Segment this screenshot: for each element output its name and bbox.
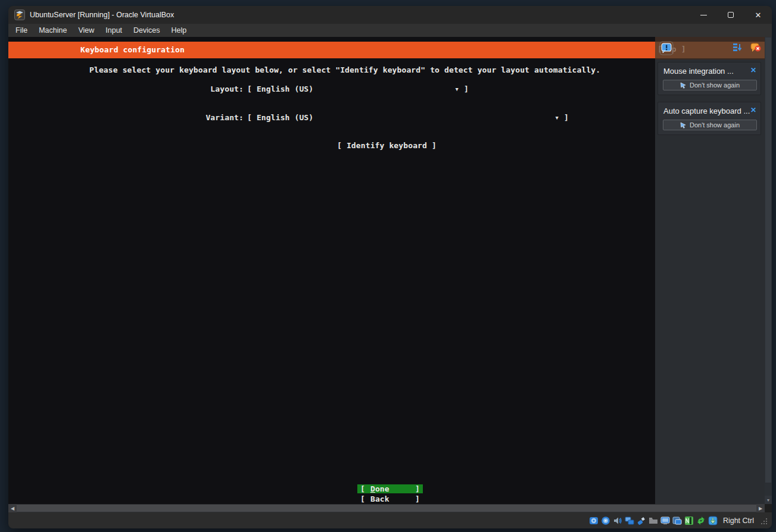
sort-notifications-icon[interactable] — [732, 42, 743, 53]
vertical-scrollbar-thumb[interactable] — [765, 37, 771, 483]
scroll-left-icon[interactable]: ◀ — [8, 504, 17, 512]
horizontal-scrollbar-thumb[interactable] — [17, 505, 756, 512]
network-icon[interactable] — [625, 516, 634, 525]
notification-bubble-icon[interactable] — [659, 41, 674, 55]
cursor-icon — [680, 122, 687, 129]
keyboard-capture-icon[interactable] — [708, 516, 718, 525]
scroll-down-icon[interactable]: ▼ — [765, 496, 772, 504]
cursor-icon — [680, 82, 687, 89]
audio-icon[interactable] — [613, 516, 622, 525]
mouse-integration-notification: Mouse integration ... ✕ Don't show again — [657, 62, 761, 95]
menu-bar: File Machine View Input Devices Help — [8, 24, 772, 37]
variant-label: Variant: — [202, 113, 244, 122]
virtualbox-logo-icon — [14, 10, 25, 20]
variant-value: [ English (US) — [247, 113, 313, 123]
layout-dropdown[interactable]: [ English (US) ▾ ] — [247, 85, 469, 94]
notification-panel: [ lp ] — [655, 37, 765, 504]
done-label: Done — [370, 484, 415, 493]
discard-notifications-icon[interactable] — [750, 42, 761, 53]
hard-disks-icon[interactable] — [589, 516, 599, 525]
vm-display[interactable]: Keyboard configuration Please select you… — [8, 37, 765, 504]
done-button[interactable]: [ Done ] — [357, 484, 423, 493]
status-bar: Right Ctrl — [8, 512, 772, 528]
identify-keyboard-button[interactable]: [ Identify keyboard ] — [337, 141, 437, 151]
host-key-label: Right Ctrl — [723, 517, 754, 525]
installer-header-bar: Keyboard configuration — [8, 42, 765, 58]
back-button[interactable]: [ Back ] — [357, 495, 423, 503]
close-notification-icon[interactable]: ✕ — [750, 66, 756, 74]
auto-capture-notification: Auto capture keyboard ... ✕ Don't show a… — [657, 102, 761, 135]
window-title: UbuntuServer [Running] - Oracle VirtualB… — [30, 11, 174, 19]
close-button[interactable]: ✕ — [744, 6, 772, 24]
notification-panel-header: [ lp ] — [655, 37, 765, 60]
menu-machine[interactable]: Machine — [39, 26, 67, 35]
variant-dropdown[interactable]: [ English (US) ▾ ] — [247, 113, 569, 123]
variant-dropdown-arrow-icon: ▾ ] — [554, 113, 569, 123]
display-icon[interactable] — [660, 516, 670, 525]
menu-file[interactable]: File — [15, 26, 27, 35]
scroll-right-icon[interactable]: ▶ — [756, 504, 765, 512]
layout-value: [ English (US) — [247, 85, 313, 94]
dont-show-again-button[interactable]: Don't show again — [663, 80, 757, 90]
menu-devices[interactable]: Devices — [133, 26, 160, 35]
notification-title: Mouse integration ... — [663, 67, 734, 76]
menu-input[interactable]: Input — [105, 26, 122, 35]
notification-title: Auto capture keyboard ... — [663, 107, 750, 115]
close-icon: ✕ — [755, 11, 762, 20]
recording-icon[interactable] — [672, 516, 682, 525]
layout-dropdown-arrow-icon: ▾ ] — [454, 85, 469, 94]
features-icon[interactable] — [684, 516, 694, 525]
installer-instruction: Please select your keyboard layout below… — [89, 65, 600, 75]
usb-icon[interactable] — [637, 516, 646, 525]
maximize-icon — [728, 12, 734, 18]
horizontal-scrollbar[interactable]: ◀ ▶ — [8, 504, 765, 512]
dont-show-again-button[interactable]: Don't show again — [663, 120, 757, 130]
resize-grip[interactable] — [760, 517, 768, 525]
title-bar: UbuntuServer [Running] - Oracle VirtualB… — [8, 6, 772, 24]
minimize-icon — [700, 15, 707, 15]
menu-help[interactable]: Help — [172, 26, 187, 35]
shared-clipboard-icon[interactable] — [696, 516, 706, 525]
optical-drives-icon[interactable] — [601, 516, 610, 525]
close-notification-icon[interactable]: ✕ — [750, 106, 756, 114]
minimize-button[interactable] — [690, 6, 717, 24]
installer-title: Keyboard configuration — [80, 45, 185, 54]
shared-folders-icon[interactable] — [649, 516, 658, 525]
layout-label: Layout: — [202, 85, 244, 93]
back-label: Back — [370, 495, 415, 503]
menu-view[interactable]: View — [78, 26, 94, 35]
vertical-scrollbar[interactable]: ▼ — [765, 37, 772, 504]
virtualbox-window: UbuntuServer [Running] - Oracle VirtualB… — [8, 6, 772, 528]
maximize-button[interactable] — [717, 6, 744, 24]
